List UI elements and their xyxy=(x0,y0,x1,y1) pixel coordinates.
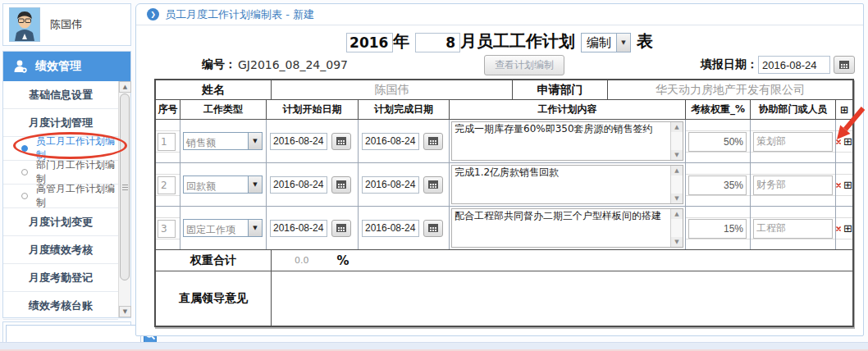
end-date-input[interactable] xyxy=(362,220,419,237)
name-value: 陈国伟 xyxy=(272,80,513,99)
fill-date-input[interactable] xyxy=(758,56,830,74)
start-date-input[interactable] xyxy=(270,133,327,150)
plan-content-textarea[interactable]: 完成一期库存量60%即350套房源的销售签约▲▼ xyxy=(451,121,683,161)
end-date-calendar-button[interactable] xyxy=(423,176,443,194)
scroll-up-button[interactable]: ▲ xyxy=(119,81,131,93)
work-type-select[interactable]: 固定工作项▼ xyxy=(183,219,263,237)
start-date-calendar-button[interactable] xyxy=(331,176,351,194)
form-title: 年 月员工工作计划 编制▼ 表 xyxy=(136,30,863,52)
sidebar-item-monthly-plan-mgmt[interactable]: 月度计划管理 xyxy=(3,109,118,137)
month-input[interactable] xyxy=(415,33,460,52)
year-input[interactable] xyxy=(346,33,393,52)
assist-dept-input[interactable] xyxy=(753,132,833,152)
weight-total-label: 权重合计 xyxy=(156,250,272,271)
sidebar-item-label: 绩效考核台账 xyxy=(29,299,93,313)
user-profile-card: 陈国伟 xyxy=(2,3,131,46)
calendar-icon xyxy=(428,224,438,232)
delete-row-icon[interactable] xyxy=(836,137,841,147)
scroll-up-icon[interactable]: ▲ xyxy=(671,209,683,219)
scroll-up-icon[interactable]: ▲ xyxy=(671,122,683,132)
sidebar-item-monthly-assessment[interactable]: 月度绩效考核 xyxy=(3,236,118,264)
scrollbar-grip-icon xyxy=(122,185,128,190)
mode-select-value: 编制 xyxy=(582,34,616,52)
plan-table: 姓名 陈国伟 申请部门 华天动力房地产开发有限公司 序号 工作类型 计划开始日期… xyxy=(154,79,854,327)
sidebar-item-attendance[interactable]: 月度考勤登记 xyxy=(3,264,118,292)
sidebar-menu: 绩效管理 基础信息设置 月度计划管理 员工月工作计划编制 部门月工作计划编制 xyxy=(2,51,131,318)
module-header-performance[interactable]: 绩效管理 xyxy=(3,52,130,81)
end-date-input[interactable] xyxy=(362,176,419,194)
textarea-scrollbar[interactable]: ▲▼ xyxy=(670,209,683,247)
table-header-row: 序号 工作类型 计划开始日期 计划完成日期 工作计划内容 考核权重_% 协助部门… xyxy=(156,100,852,120)
leader-opinion-label: 直属领导意见 xyxy=(156,271,272,326)
end-date-calendar-button[interactable] xyxy=(423,220,443,237)
start-date-calendar-button[interactable] xyxy=(331,220,351,237)
plan-content-textarea[interactable]: 配合工程部共同督办二期三个户型样板间的搭建▲▼ xyxy=(451,208,683,248)
sidebar-item-dept-monthly-plan[interactable]: 部门月工作计划编制 xyxy=(3,161,118,185)
work-type-select[interactable]: 销售额▼ xyxy=(183,132,263,150)
dropdown-arrow-icon[interactable]: ▼ xyxy=(248,220,262,236)
textarea-scrollbar[interactable]: ▲▼ xyxy=(670,166,683,203)
assist-dept-input[interactable] xyxy=(753,176,833,195)
sidebar: 陈国伟 绩效管理 基础信息设置 月度计划管理 员工月工作 xyxy=(2,3,131,348)
view-plan-button[interactable]: 查看计划编制 xyxy=(484,55,564,75)
weight-input[interactable] xyxy=(688,219,747,239)
table-row: 3 固定工作项▼ 配合工程部共同督办二期三个户型样板间的搭建▲▼ ⊞ xyxy=(156,207,852,250)
page-bottom-bar xyxy=(0,342,868,351)
assist-dept-input[interactable] xyxy=(753,219,833,239)
plan-content-textarea[interactable]: 完成1.2亿房款销售回款▲▼ xyxy=(451,165,683,204)
avatar-photo-icon xyxy=(10,8,39,41)
sidebar-item-basic-info[interactable]: 基础信息设置 xyxy=(3,81,118,109)
sidebar-item-label: 月度计划变更 xyxy=(29,215,93,230)
weight-input[interactable] xyxy=(688,132,747,152)
add-row-icon[interactable]: ⊞ xyxy=(843,223,852,234)
scroll-down-icon[interactable]: ▼ xyxy=(671,194,683,203)
sidebar-item-label: 月度绩效考核 xyxy=(29,243,93,258)
work-type-select[interactable]: 回款额▼ xyxy=(183,176,263,194)
dropdown-arrow-icon[interactable]: ▼ xyxy=(616,34,630,52)
table-row: 1 销售额▼ 完成一期库存量60%即350套房源的销售签约▲▼ ⊞ xyxy=(156,120,852,163)
sidebar-item-label: 月度计划管理 xyxy=(29,116,93,130)
add-row-icon[interactable]: ⊞ xyxy=(843,136,852,147)
mode-select[interactable]: 编制▼ xyxy=(581,33,631,52)
fill-date-calendar-button[interactable] xyxy=(834,56,855,74)
weight-input[interactable] xyxy=(688,176,747,195)
header-start-date: 计划开始日期 xyxy=(267,100,359,119)
end-date-input[interactable] xyxy=(362,133,419,150)
leader-opinion-field[interactable] xyxy=(272,271,852,326)
meta-row: 编号： GJ2016_08_24_097 查看计划编制 填报日期： xyxy=(136,54,863,75)
scroll-down-icon[interactable]: ▼ xyxy=(671,150,683,160)
header-seq: 序号 xyxy=(156,100,180,119)
sidebar-item-plan-change[interactable]: 月度计划变更 xyxy=(3,208,118,236)
user-name: 陈国伟 xyxy=(50,17,82,32)
breadcrumb-title[interactable]: 员工月度工作计划编制表 - 新建 xyxy=(165,7,314,22)
row-number-box: 3 xyxy=(158,220,176,238)
header-assist: 协助部门或人员 xyxy=(751,100,836,119)
menu-list: 基础信息设置 月度计划管理 员工月工作计划编制 部门月工作计划编制 高管月工作计… xyxy=(3,81,130,317)
sidebar-item-employee-monthly-plan[interactable]: 员工月工作计划编制 xyxy=(3,137,118,161)
end-date-calendar-button[interactable] xyxy=(423,133,443,150)
weight-total-value: 0.0 xyxy=(295,255,309,266)
start-date-input[interactable] xyxy=(270,176,327,194)
dropdown-arrow-icon[interactable]: ▼ xyxy=(248,176,262,193)
add-row-icon[interactable]: ⊞ xyxy=(843,180,852,190)
textarea-scrollbar[interactable]: ▲▼ xyxy=(670,122,683,160)
work-type-value: 固定工作项 xyxy=(184,220,248,236)
add-row-header-icon[interactable]: ⊞ xyxy=(836,100,852,119)
delete-row-icon[interactable] xyxy=(836,224,841,234)
code-value: GJ2016_08_24_097 xyxy=(238,58,348,71)
sidebar-item-exec-monthly-plan[interactable]: 高管月工作计划编制 xyxy=(3,185,118,208)
row-number-box: 2 xyxy=(158,176,176,194)
sidebar-scrollbar[interactable]: ▲ ▼ xyxy=(118,81,130,317)
scroll-down-icon[interactable]: ▼ xyxy=(671,237,683,247)
calendar-icon xyxy=(336,137,346,145)
scrollbar-thumb[interactable] xyxy=(120,93,130,280)
calendar-icon xyxy=(839,61,849,69)
scroll-down-button[interactable]: ▼ xyxy=(119,306,131,317)
delete-row-icon[interactable] xyxy=(836,180,841,190)
scroll-up-icon[interactable]: ▲ xyxy=(671,166,683,176)
dropdown-arrow-icon[interactable]: ▼ xyxy=(248,133,262,149)
sidebar-item-assessment-ledger[interactable]: 绩效考核台账 xyxy=(3,292,118,320)
dept-value: 华天动力房地产开发有限公司 xyxy=(608,80,852,99)
start-date-input[interactable] xyxy=(270,220,327,237)
start-date-calendar-button[interactable] xyxy=(331,133,351,150)
